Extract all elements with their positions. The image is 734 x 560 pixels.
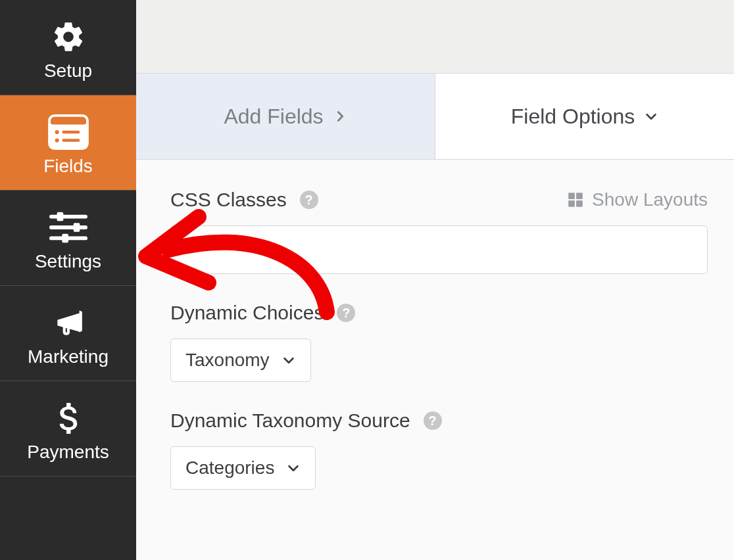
field-label: Dynamic Choices: [170, 302, 324, 324]
svg-point-5: [55, 138, 59, 142]
chevron-down-icon: [644, 109, 658, 124]
main-panel: Add Fields Field Options CSS Classes ? S…: [136, 0, 734, 560]
svg-rect-6: [62, 139, 80, 142]
select-value: Taxonomy: [185, 350, 270, 371]
show-layouts-label: Show Layouts: [592, 189, 708, 210]
sidebar-item-setup[interactable]: Setup: [0, 0, 136, 95]
svg-rect-16: [576, 200, 583, 207]
sidebar-item-label: Setup: [44, 60, 92, 82]
svg-rect-13: [568, 193, 575, 199]
grid-icon: [567, 191, 584, 208]
svg-rect-10: [73, 223, 80, 232]
sidebar-item-fields[interactable]: Fields: [0, 95, 136, 191]
sidebar: Setup Fields: [0, 0, 136, 560]
tab-label: Add Fields: [224, 105, 323, 129]
field-label: Dynamic Taxonomy Source: [170, 409, 410, 432]
svg-rect-14: [576, 193, 583, 199]
svg-rect-9: [49, 225, 87, 229]
chevron-down-icon: [281, 353, 296, 367]
tab-label: Field Options: [511, 105, 635, 129]
sidebar-item-label: Settings: [35, 251, 101, 272]
help-icon[interactable]: ?: [337, 304, 355, 322]
svg-rect-8: [57, 212, 63, 222]
svg-rect-1: [49, 116, 87, 125]
svg-rect-12: [62, 234, 68, 243]
top-bar: [136, 0, 734, 74]
chevron-down-icon: [286, 461, 301, 475]
svg-rect-7: [49, 215, 87, 219]
tab-field-options[interactable]: Field Options: [435, 74, 734, 159]
field-dynamic-choices: Dynamic Choices ? Taxonomy: [170, 302, 708, 382]
megaphone-icon: [50, 304, 87, 341]
sidebar-item-label: Fields: [43, 156, 93, 177]
dynamic-taxonomy-source-select[interactable]: Categories: [170, 446, 316, 490]
tabs: Add Fields Field Options: [136, 74, 734, 159]
sidebar-item-settings[interactable]: Settings: [0, 191, 136, 286]
sliders-icon: [49, 209, 87, 246]
field-label: CSS Classes: [170, 189, 287, 211]
dollar-icon: [57, 400, 80, 436]
svg-point-3: [55, 130, 59, 134]
sidebar-item-label: Marketing: [28, 346, 109, 367]
sidebar-item-label: Payments: [27, 442, 109, 463]
chevron-right-icon: [333, 109, 347, 124]
field-dynamic-taxonomy-source: Dynamic Taxonomy Source ? Categories: [170, 409, 708, 490]
gear-icon: [51, 18, 86, 55]
dynamic-choices-select[interactable]: Taxonomy: [170, 338, 311, 382]
sidebar-item-payments[interactable]: Payments: [0, 381, 136, 477]
css-classes-input[interactable]: [170, 225, 708, 274]
help-icon[interactable]: ?: [424, 411, 442, 430]
svg-rect-4: [62, 131, 80, 134]
select-value: Categories: [185, 457, 274, 478]
sidebar-item-marketing[interactable]: Marketing: [0, 286, 136, 381]
svg-rect-15: [568, 200, 575, 207]
help-icon[interactable]: ?: [300, 191, 318, 209]
list-box-icon: [48, 114, 89, 151]
tab-add-fields[interactable]: Add Fields: [136, 74, 435, 159]
field-options-content: CSS Classes ? Show Layouts Dynamic Choic…: [136, 159, 734, 560]
show-layouts-button[interactable]: Show Layouts: [567, 189, 708, 210]
field-css-classes: CSS Classes ? Show Layouts: [170, 189, 708, 274]
